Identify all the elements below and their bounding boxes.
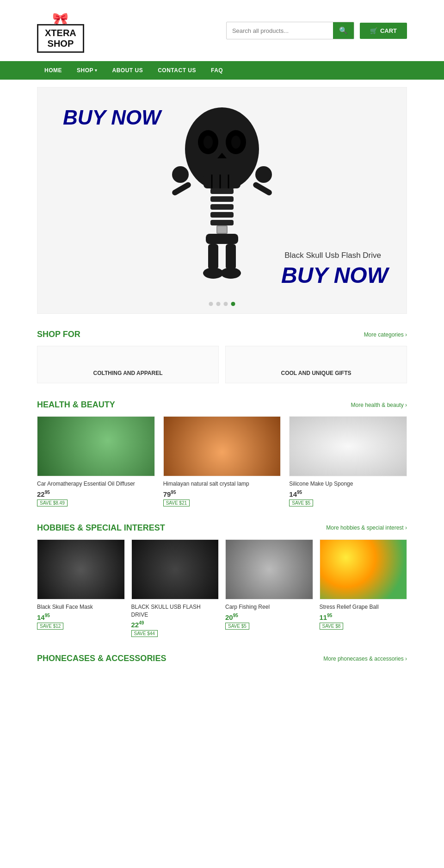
search-icon: 🔍	[339, 26, 348, 34]
product-card-grape[interactable]: Stress Relief Grape Ball 1195 SAVE $8	[320, 539, 407, 637]
phonecases-title: PHONECASES & ACCESSORIES	[37, 654, 166, 663]
dot-4[interactable]	[231, 302, 235, 306]
product-image-skull-mask	[37, 539, 125, 599]
category-card-gifts[interactable]: COOL AND UNIQUE GIFTS	[225, 346, 407, 383]
product-card-lamp[interactable]: Himalayan natural salt crystal lamp 7995…	[163, 416, 281, 506]
product-card-reel[interactable]: Carp Fishing Reel 2095 SAVE $5	[225, 539, 313, 637]
svg-rect-22	[226, 244, 236, 269]
svg-point-23	[203, 268, 223, 279]
cart-label: CART	[380, 27, 397, 34]
navigation: HOME SHOP ▾ ABOUT US CONTACT US FAQ	[0, 61, 444, 80]
search-cart-area: 🔍 🛒 CART	[226, 22, 407, 39]
product-save-diffuser: SAVE $8.49	[37, 500, 68, 506]
product-price-skull-usb: 2249	[131, 620, 219, 629]
dot-2[interactable]	[216, 302, 221, 306]
svg-point-3	[204, 136, 213, 149]
product-save-grape: SAVE $8	[320, 623, 344, 630]
hero-buy-now-bottom[interactable]: BUY NOW	[281, 262, 388, 288]
product-image-skull-usb	[131, 539, 219, 599]
dot-3[interactable]	[224, 302, 228, 306]
nav-item-about[interactable]: ABOUT US	[105, 61, 151, 80]
product-name-lamp: Himalayan natural salt crystal lamp	[163, 480, 281, 488]
product-card-sponge[interactable]: Silicone Make Up Sponge 1495 SAVE $5	[289, 416, 407, 506]
svg-point-11	[172, 166, 189, 183]
hero-buy-now-top[interactable]: BUY NOW	[63, 106, 161, 129]
product-card-skull-usb[interactable]: BLACK SKULL USB FLASH DRIVE 2249 SAVE $4…	[131, 539, 219, 637]
svg-rect-21	[208, 244, 218, 269]
svg-rect-10	[252, 181, 273, 196]
nav-item-home[interactable]: HOME	[37, 61, 69, 80]
product-name-skull-mask: Black Skull Face Mask	[37, 603, 125, 611]
product-image-grape	[320, 539, 407, 599]
hero-product-image[interactable]	[162, 103, 282, 299]
health-beauty-more-link[interactable]: More health & beauty ›	[351, 402, 407, 408]
phonecases-more-link[interactable]: More phonecases & accessories ›	[323, 656, 407, 662]
hobbies-more-link[interactable]: More hobbies & special interest ›	[326, 525, 407, 531]
product-image-sponge	[289, 416, 407, 476]
category-label-clothing: COLTHING AND APPAREL	[93, 370, 163, 376]
product-name-sponge: Silicone Make Up Sponge	[289, 480, 407, 488]
product-image-reel	[225, 539, 313, 599]
category-grid: COLTHING AND APPAREL COOL AND UNIQUE GIF…	[37, 346, 407, 383]
product-price-skull-mask: 1495	[37, 613, 125, 621]
product-price-reel: 2095	[225, 613, 313, 621]
svg-rect-19	[217, 226, 227, 233]
logo-shop: SHOP	[45, 38, 76, 49]
skull-usb-svg	[162, 103, 282, 297]
product-price-grape: 1195	[320, 613, 407, 621]
shop-for-header: SHOP FOR More categories ›	[37, 330, 407, 339]
product-image-lamp	[163, 416, 281, 476]
nav-label-shop: SHOP	[77, 67, 93, 74]
cart-icon: 🛒	[370, 27, 377, 34]
svg-point-4	[231, 136, 240, 149]
product-price-diffuser: 2295	[37, 490, 155, 498]
search-input[interactable]	[227, 23, 333, 38]
product-price-lamp: 7995	[163, 490, 281, 498]
svg-point-12	[255, 166, 272, 183]
shop-for-more-link[interactable]: More categories ›	[364, 331, 407, 338]
hobbies-header: HOBBIES & SPECIAL INTEREST More hobbies …	[37, 523, 407, 533]
hero-product-title: Black Skull Usb Flash Drive	[284, 251, 381, 260]
cart-button[interactable]: 🛒 CART	[360, 23, 407, 39]
nav-item-contact[interactable]: CONTACT US	[150, 61, 204, 80]
nav-item-shop[interactable]: SHOP ▾	[69, 61, 105, 80]
product-name-grape: Stress Relief Grape Ball	[320, 603, 407, 611]
svg-rect-15	[210, 204, 234, 210]
health-beauty-title: HEALTH & BEAUTY	[37, 400, 115, 410]
hobbies-section: HOBBIES & SPECIAL INTEREST More hobbies …	[0, 515, 444, 646]
category-label-gifts: COOL AND UNIQUE GIFTS	[281, 370, 351, 376]
search-button[interactable]: 🔍	[333, 22, 354, 39]
logo[interactable]: 🎀 XTERA SHOP	[37, 13, 84, 53]
health-beauty-header: HEALTH & BEAUTY More health & beauty ›	[37, 400, 407, 410]
svg-rect-20	[206, 234, 238, 244]
phonecases-section: PHONECASES & ACCESSORIES More phonecases…	[0, 645, 444, 678]
svg-point-24	[221, 268, 241, 279]
shop-for-section: SHOP FOR More categories › COLTHING AND …	[0, 321, 444, 392]
svg-rect-16	[210, 212, 234, 218]
product-image-diffuser	[37, 416, 155, 476]
svg-rect-9	[171, 181, 192, 196]
hero-section: BUY NOW	[37, 87, 407, 314]
hero-dots	[209, 302, 235, 306]
hobbies-products-grid: Black Skull Face Mask 1495 SAVE $12 BLAC…	[37, 539, 407, 637]
svg-rect-17	[210, 220, 234, 225]
shop-for-title: SHOP FOR	[37, 330, 80, 339]
product-save-reel: SAVE $5	[225, 623, 249, 630]
category-card-clothing[interactable]: COLTHING AND APPAREL	[37, 346, 219, 383]
product-card-skull-mask[interactable]: Black Skull Face Mask 1495 SAVE $12	[37, 539, 125, 637]
hobbies-title: HOBBIES & SPECIAL INTEREST	[37, 523, 165, 533]
product-save-lamp: SAVE $21	[163, 500, 190, 506]
header: 🎀 XTERA SHOP 🔍 🛒 CART	[0, 0, 444, 61]
phonecases-header: PHONECASES & ACCESSORIES More phonecases…	[37, 654, 407, 663]
product-name-diffuser: Car Aromatherapy Essential Oil Diffuser	[37, 480, 155, 488]
nav-item-faq[interactable]: FAQ	[204, 61, 230, 80]
product-card-diffuser[interactable]: Car Aromatherapy Essential Oil Diffuser …	[37, 416, 155, 506]
health-products-grid: Car Aromatherapy Essential Oil Diffuser …	[37, 416, 407, 506]
product-save-sponge: SAVE $5	[289, 500, 313, 506]
health-beauty-section: HEALTH & BEAUTY More health & beauty › C…	[0, 392, 444, 515]
svg-rect-5	[204, 175, 240, 188]
dot-1[interactable]	[209, 302, 213, 306]
nav-label-faq: FAQ	[211, 67, 223, 74]
product-price-sponge: 1495	[289, 490, 407, 498]
nav-label-about: ABOUT US	[112, 67, 143, 74]
